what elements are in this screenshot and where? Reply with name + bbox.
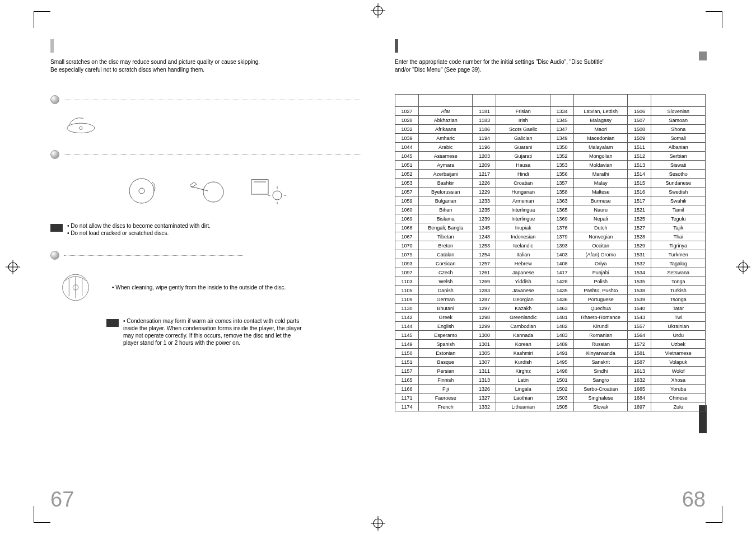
table-cell: Catalan	[418, 250, 473, 259]
table-cell: 1105	[395, 286, 419, 295]
table-cell: Ukrainian	[651, 322, 706, 331]
table-cell: Scots Gaelic	[496, 125, 550, 134]
table-cell: Occitan	[573, 241, 628, 250]
table-cell: 1067	[395, 232, 419, 241]
svg-point-20	[273, 191, 282, 200]
table-cell: Polish	[573, 277, 628, 286]
table-cell: Frisian	[496, 107, 550, 116]
table-row: 1052Azerbaijani1217Hindi1356Marathi1514S…	[395, 170, 706, 179]
table-cell: 1345	[550, 116, 573, 125]
disc-handle-illustration	[56, 109, 101, 142]
table-row: 1097Czech1261Japanese1417Punjabi1534Sets…	[395, 268, 706, 277]
table-row: 1166Fiji1326Lingala1502Serbo-Croatian166…	[395, 385, 706, 394]
table-cell: Corsican	[418, 259, 473, 268]
section-heading	[50, 251, 361, 260]
table-cell: 1539	[628, 295, 651, 304]
table-cell: Gujarati	[496, 152, 550, 161]
note-line: • Condensation may form if warm air come…	[123, 318, 361, 324]
table-cell: Yiddish	[496, 277, 550, 286]
table-cell: Guarani	[496, 143, 550, 152]
table-cell: 1501	[550, 376, 573, 385]
table-cell: 1572	[628, 340, 651, 349]
table-cell: 1070	[395, 241, 419, 250]
table-cell: Sundanese	[651, 179, 706, 188]
table-cell: Shona	[651, 125, 706, 134]
note-line: • Do not load cracked or scratched discs…	[67, 230, 361, 236]
table-cell: 1301	[473, 340, 496, 349]
table-cell: 1353	[550, 161, 573, 170]
table-cell: Interlingue	[496, 214, 550, 223]
table-cell: Sangro	[573, 376, 628, 385]
table-row: 1044Arabic1196Guarani1350Malayalam1511Al…	[395, 143, 706, 152]
table-cell: Norwegian	[573, 232, 628, 241]
table-cell: 1166	[395, 385, 419, 394]
table-cell: 1521	[628, 205, 651, 214]
table-cell: Kannada	[496, 331, 550, 340]
table-cell: 1253	[473, 241, 496, 250]
table-cell: 1298	[473, 313, 496, 322]
table-header	[573, 95, 628, 107]
registration-mark-icon	[736, 260, 750, 274]
table-cell: 1534	[628, 268, 651, 277]
table-cell: 1165	[395, 376, 419, 385]
table-cell: Inupiak	[496, 223, 550, 232]
table-cell: Maori	[573, 125, 628, 134]
table-cell: 1517	[628, 196, 651, 205]
table-cell: 1403	[550, 250, 573, 259]
table-cell: Icelandic	[496, 241, 550, 250]
table-cell: Bashkir	[418, 179, 473, 188]
table-cell: Esperanto	[418, 331, 473, 340]
table-row: 1171Faeroese1327Laothian1503Singhalese16…	[395, 394, 706, 402]
table-cell: 1532	[628, 259, 651, 268]
table-row: 1069Bislama1239Interlingue1369Nepali1525…	[395, 214, 706, 223]
table-cell: Mongolian	[573, 152, 628, 161]
table-cell: 1352	[550, 152, 573, 161]
table-cell: 1217	[473, 170, 496, 179]
table-cell: 1350	[550, 143, 573, 152]
table-cell: 1363	[550, 196, 573, 205]
table-cell: 1408	[550, 259, 573, 268]
disc-no-write-illustration	[184, 174, 228, 207]
table-cell: 1142	[395, 313, 419, 322]
table-row: 1066Bengali; Bangla1245Inupiak1376Dutch1…	[395, 223, 706, 232]
table-cell: Oriya	[573, 259, 628, 268]
table-cell: 1305	[473, 349, 496, 358]
disc-no-fingerprint-illustration	[122, 174, 167, 207]
table-cell: Kazakh	[496, 304, 550, 313]
table-cell: 1513	[628, 161, 651, 170]
table-cell: Vietnamese	[651, 349, 706, 358]
table-header	[496, 95, 550, 107]
table-cell: Indonesian	[496, 232, 550, 241]
table-cell: 1151	[395, 358, 419, 367]
registration-mark-icon	[6, 260, 20, 274]
table-row: 1045Assamese1203Gujarati1352Mongolian151…	[395, 152, 706, 161]
table-cell: 1079	[395, 250, 419, 259]
table-cell: Rhaeto-Romance	[573, 313, 628, 322]
svg-point-14	[129, 179, 154, 203]
section-marker	[395, 39, 398, 53]
table-cell: 1245	[473, 223, 496, 232]
table-cell: Urdu	[651, 331, 706, 340]
table-cell: Tatar	[651, 304, 706, 313]
table-cell: 1257	[473, 259, 496, 268]
table-cell: 1665	[628, 385, 651, 394]
intro-text: Small scratches on the disc may reduce s…	[50, 58, 361, 74]
table-cell: Romanian	[573, 331, 628, 340]
table-cell: Danish	[418, 286, 473, 295]
table-cell: Tagalog	[651, 259, 706, 268]
table-row: 1105Danish1283Javanese1435Pashto, Pushto…	[395, 286, 706, 295]
table-cell: Bengali; Bangla	[418, 223, 473, 232]
table-cell: 1535	[628, 277, 651, 286]
table-cell: Macedonian	[573, 134, 628, 143]
table-cell: Somali	[651, 134, 706, 143]
table-cell: Tibetan	[418, 232, 473, 241]
table-cell: Bihari	[418, 205, 473, 214]
table-cell: 1684	[628, 394, 651, 402]
table-cell: Javanese	[496, 286, 550, 295]
table-cell: 1515	[628, 179, 651, 188]
table-cell: 1508	[628, 125, 651, 134]
table-cell: 1130	[395, 304, 419, 313]
table-row: 1165Finnish1313Latin1501Sangro1632Xhosa	[395, 376, 706, 385]
table-header	[550, 95, 573, 107]
table-cell: 1209	[473, 161, 496, 170]
